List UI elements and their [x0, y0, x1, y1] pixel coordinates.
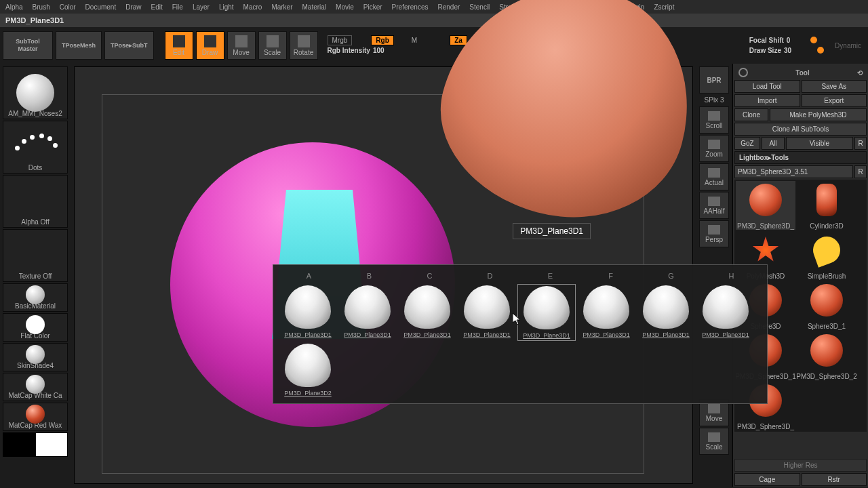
- tool-thumb[interactable]: SimpleBrush: [797, 231, 856, 280]
- rgb-intensity-label: Rgb Intensity: [328, 47, 370, 54]
- menu-preferences[interactable]: Preferences: [392, 3, 429, 11]
- rstr-button[interactable]: Rstr: [802, 473, 867, 486]
- brush-thumb[interactable]: AM_MMI_Noses2: [3, 66, 68, 119]
- viewport-scale-button[interactable]: Scale: [699, 428, 729, 455]
- tposemesh-button[interactable]: TPoseMesh: [56, 31, 102, 60]
- draw-size-value[interactable]: 30: [784, 47, 791, 54]
- menu-draw[interactable]: Draw: [125, 3, 141, 11]
- mrgb-toggle[interactable]: Mrgb: [328, 35, 353, 45]
- export-button[interactable]: Export: [802, 94, 867, 107]
- menu-alpha[interactable]: Alpha: [5, 3, 23, 11]
- refresh-icon[interactable]: ⟲: [857, 69, 863, 77]
- preset-item[interactable]: PM3D_Plane3D1: [458, 284, 516, 341]
- hand-icon: [708, 404, 720, 413]
- col-c: C: [399, 272, 460, 280]
- make-polymesh-button[interactable]: Make PolyMesh3D: [770, 108, 867, 121]
- draw-mode-button[interactable]: Draw: [196, 31, 224, 60]
- menu-picker[interactable]: Picker: [363, 3, 382, 11]
- scroll-button[interactable]: Scroll: [699, 106, 729, 134]
- tool-thumb[interactable]: Sphere3D_1: [797, 281, 856, 330]
- focal-shift-slider[interactable]: [810, 37, 817, 43]
- menu-layer[interactable]: Layer: [193, 3, 210, 11]
- actual-button[interactable]: Actual: [699, 163, 729, 190]
- nose-icon: [464, 285, 510, 329]
- primary-color[interactable]: [35, 432, 68, 457]
- menu-movie[interactable]: Movie: [336, 3, 354, 11]
- sphere-icon: [26, 285, 45, 304]
- preset-item[interactable]: PM3D_Plane3D1: [279, 284, 337, 341]
- menu-zscript[interactable]: Zscript: [654, 3, 674, 11]
- current-tool-name[interactable]: PM3D_Sphere3D_3.51: [734, 165, 853, 178]
- m-toggle[interactable]: M: [412, 37, 417, 44]
- clone-button[interactable]: Clone: [734, 108, 768, 121]
- draw-size-slider[interactable]: [817, 47, 824, 54]
- goz-r-button[interactable]: R: [854, 137, 867, 150]
- subtool-master-button[interactable]: SubTool Master: [3, 31, 53, 60]
- goz-button[interactable]: GoZ: [734, 137, 760, 150]
- goz-visible-button[interactable]: Visible: [786, 137, 853, 150]
- material-flat[interactable]: Flat Color: [3, 313, 68, 342]
- cage-button[interactable]: Cage: [734, 473, 800, 486]
- move-mode-button[interactable]: Move: [227, 31, 256, 60]
- left-tray: AM_MMI_Noses2 Dots Alpha Off Texture Off…: [0, 64, 71, 487]
- menu-color[interactable]: Color: [60, 3, 76, 11]
- goz-all-button[interactable]: All: [762, 137, 785, 150]
- persp-button[interactable]: Persp: [699, 220, 729, 247]
- material-white[interactable]: MatCap White Ca: [3, 373, 68, 401]
- preset-item[interactable]: PM3D_Plane3D1: [577, 284, 635, 341]
- focal-shift-value[interactable]: 0: [787, 37, 791, 44]
- rgb-toggle[interactable]: Rgb: [371, 35, 393, 45]
- color-swatch[interactable]: [3, 432, 68, 457]
- preset-item[interactable]: PM3D_Plane3D1: [338, 284, 397, 341]
- menu-marker[interactable]: Marker: [271, 3, 292, 11]
- import-button[interactable]: Import: [734, 94, 800, 107]
- tool-r-button[interactable]: R: [854, 165, 867, 178]
- spix-value[interactable]: SPix 3: [703, 95, 726, 105]
- menu-material[interactable]: Material: [302, 3, 327, 11]
- nose-icon: [404, 285, 450, 329]
- material-basic[interactable]: BasicMaterial: [3, 283, 68, 312]
- preset-item[interactable]: PM3D_Plane3D1: [637, 284, 695, 341]
- sphere-icon: [810, 334, 843, 367]
- zadd-toggle[interactable]: Za: [450, 35, 467, 45]
- bpr-button[interactable]: BPR: [699, 66, 729, 94]
- gear-icon[interactable]: [738, 68, 748, 77]
- material-redwax[interactable]: MatCap Red Wax: [3, 403, 68, 431]
- menu-file[interactable]: File: [172, 3, 183, 11]
- column-headers: ABCDEFGH: [279, 270, 762, 284]
- texture-thumb[interactable]: Texture Off: [3, 229, 68, 282]
- preset-item[interactable]: PM3D_Plane3D1: [696, 284, 755, 341]
- secondary-color[interactable]: [3, 432, 35, 457]
- preset-item-selected[interactable]: PM3D_Plane3D1: [517, 284, 576, 341]
- dynamic-label[interactable]: Dynamic: [835, 42, 861, 49]
- load-tool-button[interactable]: Load Tool: [734, 80, 800, 93]
- clone-all-button[interactable]: Clone All SubTools: [734, 123, 867, 136]
- menu-render[interactable]: Render: [438, 3, 460, 11]
- lightbox-tools-button[interactable]: Lightbox▸Tools: [734, 151, 867, 164]
- zoom-icon: [708, 140, 720, 149]
- alpha-thumb[interactable]: Alpha Off: [3, 175, 68, 228]
- tool-thumb[interactable]: PM3D_Sphere3D_: [736, 181, 795, 230]
- tool-thumb[interactable]: PM3D_Sphere3D_2: [797, 331, 856, 380]
- tpose-subt-button[interactable]: TPose▸SubT: [104, 31, 154, 60]
- menu-light[interactable]: Light: [219, 3, 234, 11]
- tool-thumb[interactable]: Cylinder3D: [797, 181, 856, 230]
- zoom-button[interactable]: Zoom: [699, 135, 729, 162]
- save-as-button[interactable]: Save As: [802, 80, 867, 93]
- rgb-intensity-value[interactable]: 100: [373, 47, 384, 54]
- menu-macro[interactable]: Macro: [243, 3, 262, 11]
- edit-mode-button[interactable]: Edit: [165, 31, 193, 60]
- menu-edit[interactable]: Edit: [151, 3, 163, 11]
- aahalf-button[interactable]: AAHalf: [699, 192, 729, 219]
- stroke-thumb[interactable]: Dots: [3, 121, 68, 174]
- material-skinshade[interactable]: SkinShade4: [3, 343, 68, 371]
- menu-document[interactable]: Document: [85, 3, 117, 11]
- higher-res-button[interactable]: Higher Res: [734, 459, 867, 472]
- scale-mode-button[interactable]: Scale: [258, 31, 287, 60]
- preset-item[interactable]: PM3D_Plane3D2: [279, 342, 337, 398]
- rotate-mode-button[interactable]: Rotate: [290, 31, 318, 60]
- nose-icon: [285, 344, 331, 387]
- preset-item[interactable]: PM3D_Plane3D1: [398, 284, 456, 341]
- menu-stencil[interactable]: Stencil: [469, 3, 490, 11]
- menu-brush[interactable]: Brush: [33, 3, 50, 11]
